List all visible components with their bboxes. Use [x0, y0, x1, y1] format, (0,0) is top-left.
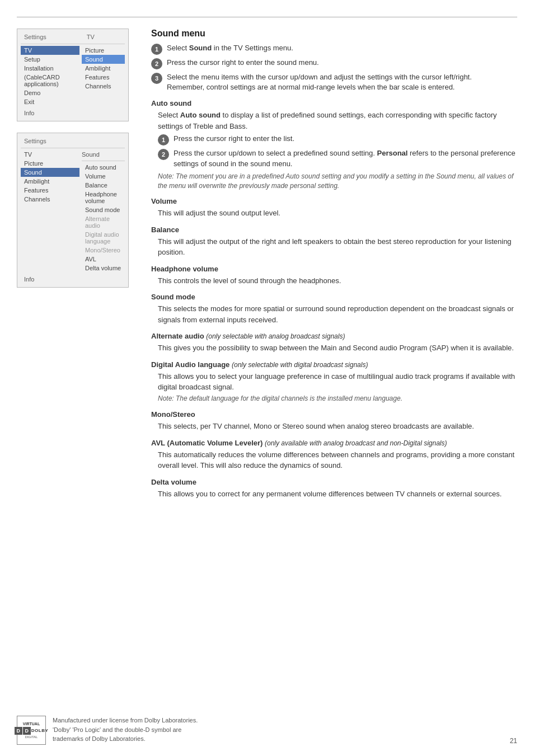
menu-item[interactable]: Delta volume: [82, 264, 125, 273]
section-headphone-body: This controls the level of sound through…: [151, 275, 517, 287]
menu-item[interactable]: Sound mode: [82, 205, 125, 214]
menu2-sound-divider: [82, 161, 125, 161]
menu-item[interactable]: Channels: [82, 82, 125, 91]
menu-item[interactable]: Balance: [82, 181, 125, 190]
menu1-info: Info: [21, 109, 125, 118]
section-alternate-title: Alternate audio (only selectable with an…: [151, 332, 517, 340]
section-volume-title: Volume: [151, 197, 517, 205]
menu-item[interactable]: Channels: [21, 195, 79, 204]
step-text-1: Select Sound in the TV Settings menu.: [167, 43, 293, 53]
auto-sound-step-text-2: Press the cursor up/down to select a pre…: [174, 148, 517, 168]
menu-item-sound-highlighted[interactable]: Sound: [21, 168, 79, 177]
section-alternate-body: This gives you the possibility to swap b…: [151, 342, 517, 354]
step-number-2: 2: [151, 58, 162, 69]
menu1-divider: [21, 44, 125, 44]
section-soundmode-body: This selects the modes for more spatial …: [151, 303, 517, 325]
auto-sound-step-number-2: 2: [158, 149, 169, 160]
footer: VIRTUAL D D DOLBY DIGITAL Manufactured u…: [17, 716, 517, 745]
dolby-d-icon-2: D: [23, 727, 31, 735]
dolby-digital-text: DIGITAL: [25, 735, 38, 739]
page-number: 21: [510, 737, 517, 745]
menu-item[interactable]: Picture: [82, 46, 125, 55]
section-mono-body: This selects, per TV channel, Mono or St…: [151, 421, 517, 432]
menu-header-1: Settings TV: [21, 32, 125, 41]
section-balance-title: Balance: [151, 226, 517, 234]
menu1-left-col: TV Setup Installation (CableCARD applica…: [21, 46, 79, 106]
menu2-left-col: TV Picture Sound Ambilight Features Chan…: [21, 150, 79, 273]
left-column: Settings TV TV Setup Installation (Cable…: [17, 29, 140, 501]
auto-sound-step-2: 2 Press the cursor up/down to select a p…: [151, 148, 517, 168]
step-2: 2 Press the cursor right to enter the so…: [151, 58, 517, 69]
menu-item[interactable]: Volume: [82, 172, 125, 181]
menu-item[interactable]: Headphone volume: [82, 190, 125, 205]
menu-item-sound-selected[interactable]: Sound: [82, 55, 125, 64]
menu2-sound-header: Sound: [82, 150, 125, 159]
dolby-name-text: DOLBY: [31, 728, 49, 733]
section-balance-body: This will adjust the output of the right…: [151, 236, 517, 258]
top-rule: [17, 17, 517, 17]
section-avl-body: This automatically reduces the volume di…: [151, 449, 517, 471]
right-column: Sound menu 1 Select Sound in the TV Sett…: [140, 29, 517, 501]
menu-item[interactable]: Digital audio language: [82, 230, 125, 246]
menu2-columns: TV Picture Sound Ambilight Features Chan…: [21, 150, 125, 273]
menu-item[interactable]: Auto sound: [82, 163, 125, 172]
section-delta-body: This allows you to correct for any perma…: [151, 489, 517, 500]
menu-item[interactable]: Alternate audio: [82, 214, 125, 230]
section-digital-title: Digital Audio language (only selectable …: [151, 360, 517, 369]
menu-item[interactable]: TV: [21, 46, 79, 55]
menu-item[interactable]: Setup: [21, 55, 79, 64]
menu1-columns: TV Setup Installation (CableCARD applica…: [21, 46, 125, 106]
menu-box-1: Settings TV TV Setup Installation (Cable…: [17, 29, 129, 121]
menu-item[interactable]: (CableCARD applications): [21, 73, 79, 88]
step-3: 3 Select the menu items with the cursor …: [151, 72, 517, 92]
page-container: Settings TV TV Setup Installation (Cable…: [0, 0, 534, 756]
menu2-right-col: Sound Auto sound Volume Balance Headphon…: [82, 150, 125, 273]
menu2-settings-label: Settings: [21, 137, 50, 145]
dolby-middle: D D DOLBY: [15, 727, 49, 735]
section-auto-sound-title: Auto sound: [151, 99, 517, 107]
menu2-info: Info: [21, 275, 125, 284]
footer-license-text: Manufactured under license from Dolby La…: [53, 716, 198, 744]
dolby-virtual-text: VIRTUAL: [23, 722, 40, 726]
menu-item[interactable]: Demo: [21, 88, 79, 97]
menu-item[interactable]: Features: [21, 186, 79, 195]
auto-sound-step-1: 1 Press the cursor right to enter the li…: [151, 134, 517, 145]
step-number-1: 1: [151, 44, 162, 55]
menu1-right-col: Picture Sound Ambilight Features Channel…: [82, 46, 125, 106]
section-soundmode-title: Sound mode: [151, 293, 517, 301]
auto-sound-step-text-1: Press the cursor right to enter the list…: [174, 134, 294, 144]
menu-item[interactable]: AVL: [82, 255, 125, 264]
menu-header-settings-label: Settings: [21, 32, 50, 41]
step-1: 1 Select Sound in the TV Settings menu.: [151, 43, 517, 55]
menu-header-2: Settings: [21, 137, 125, 145]
menu-header-tv-label: TV: [83, 32, 98, 41]
menu-item[interactable]: Mono/Stereo: [82, 246, 125, 255]
main-layout: Settings TV TV Setup Installation (Cable…: [17, 29, 517, 501]
menu-item[interactable]: Exit: [21, 97, 79, 106]
section-headphone-title: Headphone volume: [151, 265, 517, 273]
menu-item[interactable]: Installation: [21, 64, 79, 73]
dolby-d-icon: D: [15, 727, 22, 735]
menu-item[interactable]: Ambilight: [21, 177, 79, 186]
page-title: Sound menu: [151, 29, 517, 39]
menu-box-2: Settings TV Picture Sound Ambilight Feat…: [17, 133, 129, 288]
menu-item[interactable]: TV: [21, 150, 79, 159]
step-number-3: 3: [151, 73, 162, 84]
dolby-logo: VIRTUAL D D DOLBY DIGITAL: [17, 716, 46, 745]
section-avl-title: AVL (Automatic Volume Leveler) (only ava…: [151, 439, 517, 447]
section-mono-title: Mono/Stereo: [151, 410, 517, 419]
step-text-3: Select the menu items with the cursor up…: [167, 72, 472, 92]
step-text-2: Press the cursor right to enter the soun…: [167, 58, 319, 68]
menu2-divider: [21, 148, 125, 148]
menu-item[interactable]: Ambilight: [82, 64, 125, 73]
menu-item[interactable]: Features: [82, 73, 125, 82]
section-digital-body: This allows you to select your language …: [151, 371, 517, 404]
menu-item[interactable]: Picture: [21, 159, 79, 168]
section-delta-title: Delta volume: [151, 478, 517, 486]
auto-sound-note: Note: The moment you are in a predefined…: [151, 172, 517, 191]
auto-sound-step-number-1: 1: [158, 134, 169, 145]
section-auto-sound-body: Select Auto sound to display a list of p…: [151, 110, 517, 132]
section-volume-body: This will adjust the sound output level.: [151, 208, 517, 219]
